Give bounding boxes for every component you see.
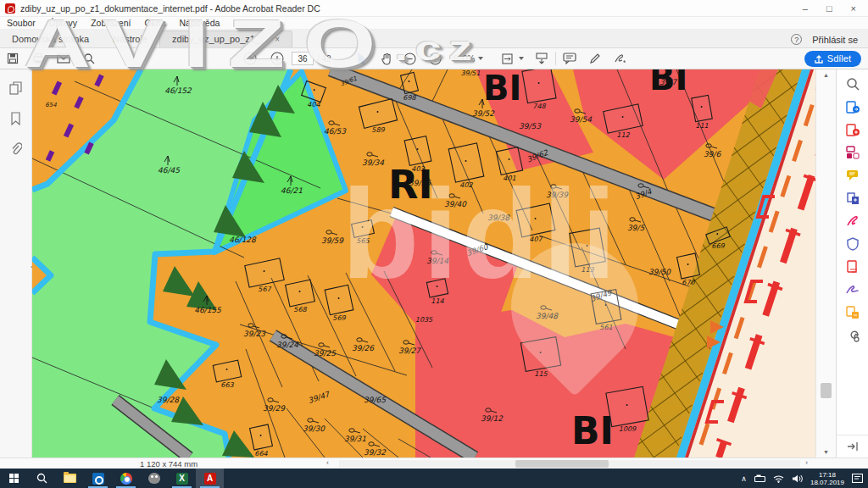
collapse-tools-icon[interactable] <box>837 435 868 452</box>
hand-tool-icon[interactable] <box>377 51 396 66</box>
export-pdf-icon[interactable] <box>845 99 860 114</box>
email-icon[interactable] <box>54 51 73 66</box>
tray-volume-icon[interactable] <box>792 474 803 483</box>
bookmarks-icon[interactable] <box>10 112 21 125</box>
compress-pdf-icon[interactable] <box>845 259 860 274</box>
attachments-icon[interactable] <box>10 142 22 156</box>
svg-text:39/30: 39/30 <box>303 424 326 433</box>
tab-close-icon[interactable]: × <box>275 35 280 44</box>
windows-logo-icon <box>9 474 19 483</box>
tab-document[interactable]: zdiby_uz_up_po_z1_... × <box>159 30 292 47</box>
svg-text:568: 568 <box>293 306 307 313</box>
action-center-icon[interactable] <box>852 474 863 483</box>
document-canvas[interactable]: 5896984044034024017481121114075655675685… <box>32 69 815 458</box>
svg-text:114: 114 <box>431 297 444 305</box>
page-scrolling-icon[interactable] <box>532 51 551 66</box>
protect-icon[interactable] <box>845 236 860 252</box>
zoom-level-select[interactable]: 600% <box>448 53 489 65</box>
previous-page-icon[interactable] <box>241 51 259 66</box>
search-tools-icon[interactable] <box>845 76 860 92</box>
svg-text:664: 664 <box>254 450 268 458</box>
svg-text:39/24: 39/24 <box>276 341 298 349</box>
scroll-up-icon[interactable]: ▲ <box>816 72 836 78</box>
vertical-scroll-thumb[interactable] <box>821 383 832 398</box>
left-panel-rail: ◂ <box>0 69 32 458</box>
create-pdf-icon[interactable] <box>845 122 860 137</box>
comment-tool-icon[interactable] <box>845 168 860 183</box>
menu-upravy[interactable]: Úpravy <box>42 18 84 28</box>
windows-taskbar: X A ∧ 17:18 18.07.2019 <box>0 469 868 488</box>
comment-icon[interactable] <box>560 51 579 66</box>
svg-text:407: 407 <box>529 236 542 243</box>
outlook-icon <box>92 473 104 485</box>
status-bar: 1 120 x 744 mm ‹ › <box>0 458 868 469</box>
tray-drive-icon[interactable] <box>754 474 765 482</box>
chrome-icon <box>120 473 132 485</box>
tray-chevron-icon[interactable]: ∧ <box>741 474 747 483</box>
next-page-icon[interactable] <box>268 51 287 66</box>
taskbar-excel[interactable]: X <box>168 469 196 488</box>
tools-panel <box>836 69 868 458</box>
taskbar-clock[interactable]: 17:18 18.07.2019 <box>810 471 844 486</box>
more-tools-icon[interactable] <box>845 328 860 343</box>
select-tool-icon[interactable] <box>353 51 372 66</box>
taskbar-file-explorer[interactable] <box>56 469 84 488</box>
menu-soubor[interactable]: Soubor <box>0 18 42 28</box>
zoom-in-icon[interactable] <box>426 51 445 66</box>
save-icon[interactable] <box>3 51 22 66</box>
svg-text:669: 669 <box>711 242 725 250</box>
tray-wifi-icon[interactable] <box>773 474 784 483</box>
menu-napoveda[interactable]: Nápověda <box>173 18 227 28</box>
share-button[interactable]: Sdílet <box>804 51 861 67</box>
combine-files-icon[interactable] <box>845 191 860 206</box>
close-button[interactable]: × <box>851 0 856 17</box>
edit-pdf-icon[interactable] <box>845 145 860 160</box>
svg-text:404: 404 <box>307 101 320 108</box>
page-thumbnails-icon[interactable] <box>9 81 23 95</box>
chevron-down-icon[interactable] <box>519 57 524 60</box>
menu-zobrazeni[interactable]: Zobrazení <box>84 18 137 28</box>
svg-text:39/59: 39/59 <box>321 236 344 245</box>
maximize-button[interactable]: □ <box>826 0 832 17</box>
svg-text:567: 567 <box>258 286 271 293</box>
start-button[interactable] <box>0 469 28 488</box>
scroll-left-icon[interactable]: ‹ <box>326 458 329 467</box>
fit-page-icon[interactable] <box>500 51 519 66</box>
taskbar-gimp[interactable] <box>140 469 168 488</box>
sign-in-link[interactable]: Přihlásit se <box>812 35 858 45</box>
svg-text:39/5: 39/5 <box>627 224 645 232</box>
svg-text:BI: BI <box>571 409 614 452</box>
zoom-out-icon[interactable] <box>401 51 420 66</box>
tab-tools[interactable]: Nástroje <box>101 31 159 47</box>
menu-okna[interactable]: Okna <box>137 18 172 28</box>
horizontal-scroll-thumb[interactable] <box>515 460 609 468</box>
tab-home[interactable]: Domovská stránka <box>0 31 101 47</box>
scroll-down-icon[interactable]: ▼ <box>816 449 836 455</box>
taskbar-outlook[interactable] <box>84 469 112 488</box>
pencil-icon[interactable] <box>586 51 604 66</box>
svg-text:589: 589 <box>371 126 385 134</box>
help-icon[interactable]: ? <box>791 34 802 45</box>
svg-text:1035: 1035 <box>415 316 433 324</box>
taskbar-acrobat[interactable]: A <box>196 469 224 488</box>
scroll-right-icon[interactable]: › <box>805 458 808 467</box>
taskbar-chrome[interactable] <box>112 469 140 488</box>
sign-icon[interactable] <box>611 51 630 66</box>
page-number-input[interactable] <box>292 52 314 65</box>
search-icon[interactable] <box>80 51 98 66</box>
tab-bar: Domovská stránka Nástroje zdiby_uz_up_po… <box>0 30 868 48</box>
horizontal-scrollbar[interactable] <box>339 460 800 468</box>
zoom-level-value: 600% <box>453 54 476 64</box>
print-icon[interactable] <box>29 51 47 66</box>
vertical-scrollbar[interactable]: ▲ ▼ <box>815 69 836 458</box>
svg-text:46/45: 46/45 <box>158 166 181 175</box>
minimize-button[interactable]: – <box>803 0 808 17</box>
taskbar-search-button[interactable] <box>28 469 56 488</box>
organize-pages-icon[interactable] <box>845 305 860 320</box>
svg-text:46/152: 46/152 <box>164 86 192 95</box>
fill-sign-icon[interactable] <box>845 214 860 229</box>
svg-text:39/53: 39/53 <box>519 122 542 130</box>
svg-text:BI: BI <box>483 69 521 108</box>
certificates-icon[interactable] <box>845 282 860 297</box>
svg-text:39/27: 39/27 <box>398 347 421 355</box>
